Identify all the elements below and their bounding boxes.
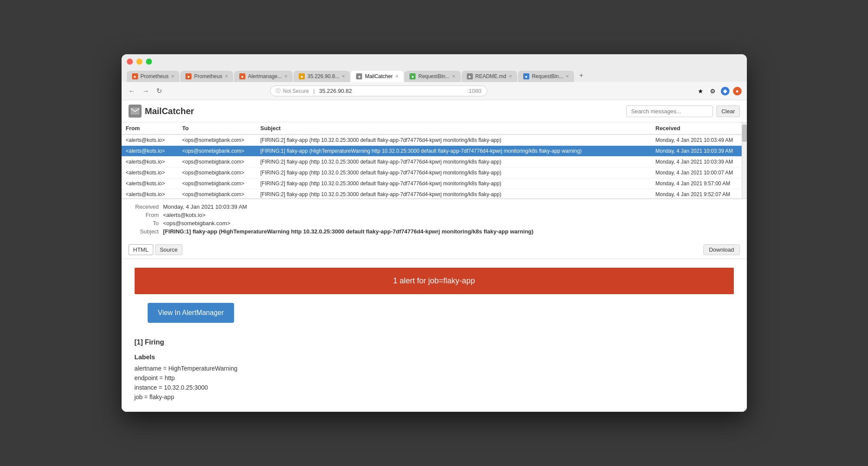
table-row[interactable]: <alerts@kots.io><ops@somebigbank.com>[FI… (122, 135, 747, 146)
cell-received-3: Monday, 4 Jan 2021 10:00:07 AM (651, 167, 747, 178)
tab-close-tab3[interactable]: × (284, 73, 287, 79)
tab-tab2[interactable]: ●Prometheus× (180, 71, 233, 82)
app-content: MailCatcher Clear From To Subject Receiv… (122, 100, 747, 412)
reload-button[interactable]: ↻ (155, 86, 164, 96)
cell-to-3: <ops@somebigbank.com> (178, 167, 256, 178)
col-header-subject: Subject (256, 122, 651, 135)
cell-received-1: Monday, 4 Jan 2021 10:03:39 AM (651, 146, 747, 157)
security-icon: ⓘ (276, 88, 281, 94)
tab-label-tab7: README.md (475, 73, 506, 79)
address-host: 35.226.90.82 (319, 88, 465, 94)
minimize-traffic-light[interactable] (136, 59, 142, 65)
tab-html[interactable]: HTML (129, 244, 153, 255)
table-scrollbar[interactable] (742, 122, 747, 198)
profile-icon[interactable]: ◆ (721, 87, 729, 95)
labels-title: Labels (135, 353, 734, 361)
tab-favicon-tab5: ● (356, 73, 362, 79)
tab-favicon-tab4: ● (299, 73, 305, 79)
tab-source[interactable]: Source (155, 244, 182, 255)
subject-value: [FIRING:1] flaky-app (HighTemperatureWar… (163, 228, 534, 235)
search-area: Clear (626, 105, 739, 117)
labels-list: alertname = HighTemperatureWarningendpoi… (135, 365, 734, 400)
received-label: Received (129, 203, 159, 210)
label-item-2: instance = 10.32.0.25:3000 (135, 384, 734, 391)
tab-label-tab1: Prometheus (141, 73, 169, 79)
mailcatcher-header: MailCatcher Clear (122, 100, 747, 122)
toolbar-icons: ★ ⚙ ◆ ● (696, 87, 742, 95)
tab-tab5[interactable]: ●MailCatcher× (351, 71, 403, 82)
view-alertmanager-container: View In AlertManager (122, 303, 747, 338)
cell-received-5: Monday, 4 Jan 2021 9:52:07 AM (651, 189, 747, 199)
bookmark-icon[interactable]: ★ (696, 87, 705, 95)
label-item-1: endpoint = http (135, 374, 734, 381)
cell-from-4: <alerts@kots.io> (122, 178, 178, 189)
cell-received-4: Monday, 4 Jan 2021 9:57:00 AM (651, 178, 747, 189)
cell-to-0: <ops@somebigbank.com> (178, 135, 256, 146)
tab-tab6[interactable]: ●RequestBin...× (404, 71, 460, 82)
tab-tab4[interactable]: ●35.226.90.8...× (294, 71, 350, 82)
cell-from-1: <alerts@kots.io> (122, 146, 178, 157)
table-row[interactable]: <alerts@kots.io><ops@somebigbank.com>[FI… (122, 157, 747, 167)
tab-tab1[interactable]: ●Prometheus× (127, 71, 180, 82)
tab-label-tab3: Alertmanage... (248, 73, 282, 79)
tabs-bar: ●Prometheus×●Prometheus×●Alertmanage...×… (127, 69, 742, 82)
subject-label: Subject (129, 228, 159, 235)
cell-subject-5: [FIRING:2] flaky-app (http 10.32.0.25:30… (256, 189, 651, 199)
tab-tab8[interactable]: ●RequestBin...× (518, 71, 574, 82)
address-input-bar[interactable]: ⓘ Not Secure | 35.226.90.82:1080 (270, 85, 487, 96)
table-scrollbar-thumb[interactable] (742, 125, 747, 142)
forward-button[interactable]: → (141, 86, 151, 96)
tab-close-tab7[interactable]: × (509, 73, 512, 79)
mailcatcher-logo: MailCatcher (129, 105, 194, 118)
tab-close-tab1[interactable]: × (171, 73, 174, 79)
address-protocol: Not Secure (283, 88, 309, 94)
download-button[interactable]: Download (703, 244, 740, 255)
table-row[interactable]: <alerts@kots.io><ops@somebigbank.com>[FI… (122, 146, 747, 157)
email-preview: 1 alert for job=flaky-app View In AlertM… (122, 259, 747, 412)
browser-window: ●Prometheus×●Prometheus×●Alertmanage...×… (122, 54, 747, 412)
clear-button[interactable]: Clear (716, 105, 739, 117)
cell-from-0: <alerts@kots.io> (122, 135, 178, 146)
from-value: <alerts@kots.io> (163, 212, 206, 218)
close-traffic-light[interactable] (127, 59, 133, 65)
received-value: Monday, 4 Jan 2021 10:03:39 AM (163, 203, 247, 210)
cell-subject-3: [FIRING:2] flaky-app (http 10.32.0.25:30… (256, 167, 651, 178)
back-button[interactable]: ← (127, 86, 137, 96)
tab-favicon-tab3: ● (239, 73, 245, 79)
firing-section: [1] Firing Labels alertname = HighTemper… (122, 338, 747, 412)
maximize-traffic-light[interactable] (146, 59, 152, 65)
tab-favicon-tab8: ● (523, 73, 529, 79)
tab-close-tab8[interactable]: × (566, 73, 569, 79)
tab-close-tab6[interactable]: × (452, 73, 455, 79)
cell-subject-0: [FIRING:2] flaky-app (http 10.32.0.25:30… (256, 135, 651, 146)
app-title: MailCatcher (145, 106, 194, 116)
traffic-lights (127, 59, 742, 65)
tab-label-tab6: RequestBin... (418, 73, 449, 79)
tab-close-tab4[interactable]: × (342, 73, 345, 79)
detail-received-row: Received Monday, 4 Jan 2021 10:03:39 AM (129, 203, 740, 210)
label-item-0: alertname = HighTemperatureWarning (135, 365, 734, 372)
label-item-3: job = flaky-app (135, 394, 734, 400)
new-tab-button[interactable]: + (575, 69, 587, 82)
cell-received-0: Monday, 4 Jan 2021 10:03:49 AM (651, 135, 747, 146)
from-label: From (129, 212, 159, 218)
table-row[interactable]: <alerts@kots.io><ops@somebigbank.com>[FI… (122, 189, 747, 199)
account-icon[interactable]: ● (733, 87, 742, 95)
tab-favicon-tab6: ● (409, 73, 416, 79)
tab-tab3[interactable]: ●Alertmanage...× (234, 71, 293, 82)
logo-icon (129, 105, 142, 118)
title-bar: ●Prometheus×●Prometheus×●Alertmanage...×… (122, 54, 747, 82)
tab-favicon-tab1: ● (132, 73, 138, 79)
search-input[interactable] (626, 105, 713, 117)
table-row[interactable]: <alerts@kots.io><ops@somebigbank.com>[FI… (122, 178, 747, 189)
cell-from-5: <alerts@kots.io> (122, 189, 178, 199)
cell-to-1: <ops@somebigbank.com> (178, 146, 256, 157)
tab-tab7[interactable]: ●README.md× (462, 71, 517, 82)
tab-close-tab5[interactable]: × (395, 73, 398, 79)
col-header-from: From (122, 122, 178, 135)
tab-close-tab2[interactable]: × (225, 73, 228, 79)
extensions-icon[interactable]: ⚙ (709, 87, 717, 95)
view-alertmanager-button[interactable]: View In AlertManager (148, 303, 234, 323)
tab-favicon-tab7: ● (467, 73, 473, 79)
table-row[interactable]: <alerts@kots.io><ops@somebigbank.com>[FI… (122, 167, 747, 178)
